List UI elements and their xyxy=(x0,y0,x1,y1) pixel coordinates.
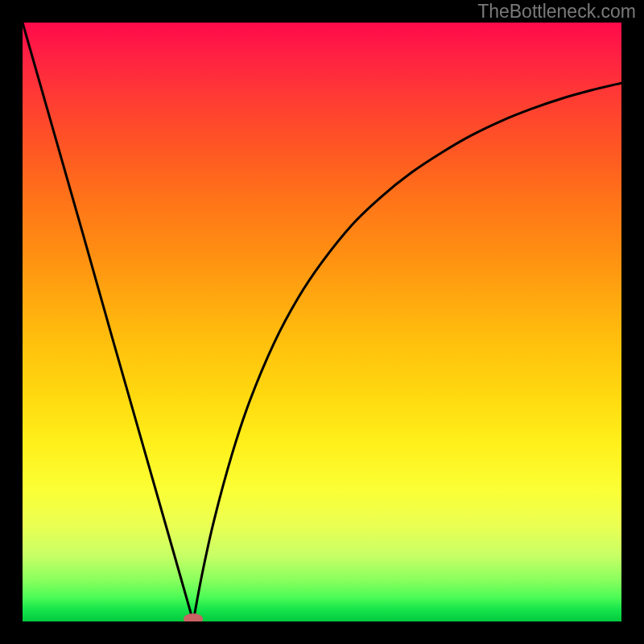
minimum-marker xyxy=(184,613,203,621)
watermark-text: TheBottleneck.com xyxy=(477,1,636,23)
curve-left-branch xyxy=(23,23,193,621)
chart-frame: TheBottleneck.com xyxy=(0,0,644,644)
chart-svg xyxy=(23,23,621,621)
curve-right-branch xyxy=(193,83,621,621)
plot-area xyxy=(23,23,621,621)
